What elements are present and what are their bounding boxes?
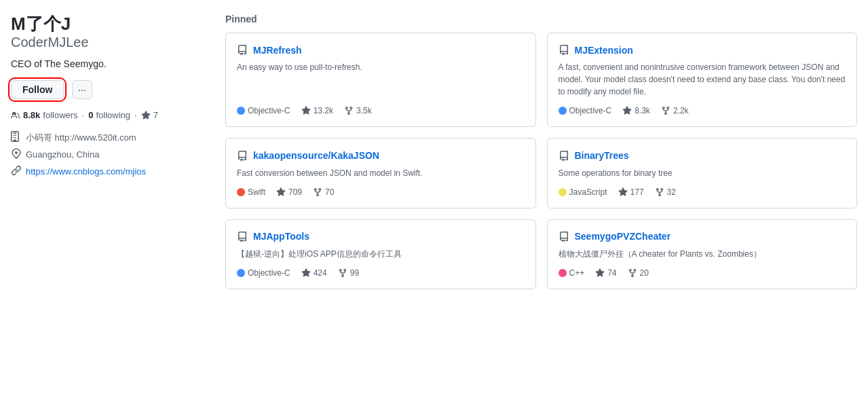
fork-item: 20 bbox=[628, 268, 649, 278]
profile-bio: CEO of The Seemygo. bbox=[11, 58, 198, 69]
repo-name-link[interactable]: MJExtension bbox=[575, 45, 633, 56]
pin-card-title: kakaopensource/KakaJSON bbox=[237, 149, 525, 161]
pin-card-desc: A fast, convenient and nonintrusive conv… bbox=[559, 61, 846, 98]
star-item: 8.3k bbox=[622, 106, 650, 115]
repo-icon bbox=[237, 231, 248, 242]
meta-location: Guangzhou, China bbox=[11, 148, 198, 161]
repo-icon bbox=[559, 149, 569, 161]
pin-card-title: MJExtension bbox=[559, 44, 846, 56]
pin-card-desc: Some operations for binary tree bbox=[559, 167, 846, 179]
fork-count: 70 bbox=[325, 187, 334, 197]
star-count: 709 bbox=[288, 187, 302, 197]
lang-dot bbox=[559, 107, 567, 115]
pin-card-title: SeemygoPVZCheater bbox=[559, 231, 846, 242]
lang-item: Objective-C bbox=[237, 268, 290, 278]
meta-website-link[interactable]: https://www.cnblogs.com/mjios bbox=[26, 166, 146, 177]
lang-label: Swift bbox=[248, 187, 265, 197]
pin-card: SeemygoPVZCheater 植物大战僵尸外挂（A cheater for… bbox=[547, 219, 858, 289]
pin-card-desc: Fast conversion between JSON and model i… bbox=[237, 167, 525, 179]
lang-label: Objective-C bbox=[248, 268, 290, 278]
fork-count: 32 bbox=[667, 187, 676, 197]
fork-count: 2.2k bbox=[673, 106, 689, 115]
profile-name: M了个J bbox=[11, 14, 198, 35]
fork-item: 70 bbox=[313, 187, 334, 197]
star-count: 424 bbox=[314, 268, 327, 278]
repo-icon bbox=[559, 44, 569, 56]
stats-row: 8.8k followers · 0 following · 7 bbox=[11, 110, 198, 120]
meta-website: https://www.cnblogs.com/mjios bbox=[11, 165, 198, 178]
star-icon bbox=[141, 111, 151, 120]
pin-card-meta: Swift 709 70 bbox=[237, 187, 525, 197]
star-item: 74 bbox=[595, 268, 616, 278]
sidebar: M了个J CoderMJLee CEO of The Seemygo. Foll… bbox=[11, 14, 214, 388]
star-item: 13.2k bbox=[301, 106, 333, 115]
lang-item: JavaScript bbox=[559, 187, 607, 197]
fork-item: 2.2k bbox=[661, 106, 689, 115]
lang-dot bbox=[559, 269, 567, 277]
fork-count: 3.5k bbox=[356, 106, 372, 115]
follow-button[interactable]: Follow bbox=[11, 80, 64, 99]
fork-count: 99 bbox=[350, 268, 359, 278]
pin-card-desc: An easy way to use pull-to-refresh. bbox=[237, 61, 525, 98]
star-count: 8.3k bbox=[635, 106, 650, 115]
pin-card: MJExtension A fast, convenient and nonin… bbox=[547, 33, 858, 127]
repo-name-link[interactable]: MJRefresh bbox=[253, 45, 302, 56]
repo-name-link[interactable]: MJAppTools bbox=[253, 231, 309, 242]
star-item: 177 bbox=[618, 187, 644, 197]
repo-icon bbox=[559, 231, 569, 242]
pinned-grid: MJRefresh An easy way to use pull-to-ref… bbox=[225, 33, 857, 289]
lang-label: Objective-C bbox=[248, 106, 290, 115]
followers-link[interactable]: 8.8k bbox=[23, 110, 40, 120]
lang-item: C++ bbox=[559, 268, 585, 278]
star-item: 709 bbox=[276, 187, 302, 197]
fork-count: 20 bbox=[640, 268, 649, 278]
pin-card-meta: Objective-C 8.3k 2.2k bbox=[559, 106, 846, 115]
building-icon bbox=[11, 131, 22, 144]
people-icon bbox=[11, 111, 20, 120]
star-count: 74 bbox=[607, 268, 616, 278]
star-item: 424 bbox=[301, 268, 327, 278]
meta-organization: 小码哥 http://www.520it.com bbox=[11, 131, 198, 144]
lang-item: Objective-C bbox=[237, 106, 290, 115]
pin-card: MJRefresh An easy way to use pull-to-ref… bbox=[225, 33, 536, 127]
pin-card: kakaopensource/KakaJSON Fast conversion … bbox=[225, 138, 536, 208]
pin-card-meta: JavaScript 177 32 bbox=[559, 187, 846, 197]
lang-label: JavaScript bbox=[569, 187, 607, 197]
star-count: 177 bbox=[630, 187, 644, 197]
link-icon bbox=[11, 165, 22, 178]
pin-card-meta: Objective-C 424 99 bbox=[237, 268, 525, 278]
fork-item: 3.5k bbox=[344, 106, 372, 115]
lang-dot bbox=[237, 269, 245, 277]
stars-count: 7 bbox=[153, 110, 158, 120]
following-link[interactable]: 0 bbox=[88, 110, 93, 120]
meta-location-text: Guangzhou, China bbox=[26, 149, 99, 160]
profile-username: CoderMJLee bbox=[11, 35, 198, 50]
lang-dot bbox=[559, 188, 567, 196]
pin-card: MJAppTools 【越狱-逆向】处理iOS APP信息的命令行工具 Obje… bbox=[225, 219, 536, 289]
pin-card: BinaryTrees Some operations for binary t… bbox=[547, 138, 858, 208]
lang-label: C++ bbox=[569, 268, 585, 278]
pin-card-meta: C++ 74 20 bbox=[559, 268, 846, 278]
lang-dot bbox=[237, 188, 245, 196]
star-count: 13.2k bbox=[314, 106, 333, 115]
main-content: Pinned MJRefresh An easy way to use pull… bbox=[214, 14, 857, 388]
repo-name-link[interactable]: BinaryTrees bbox=[575, 150, 629, 161]
fork-item: 99 bbox=[338, 268, 359, 278]
pinned-header: Pinned bbox=[225, 14, 857, 24]
fork-item: 32 bbox=[655, 187, 676, 197]
pin-card-title: MJAppTools bbox=[237, 231, 525, 242]
lang-label: Objective-C bbox=[569, 106, 612, 115]
pin-card-title: MJRefresh bbox=[237, 44, 525, 56]
pin-card-desc: 【越狱-逆向】处理iOS APP信息的命令行工具 bbox=[237, 248, 525, 260]
lang-dot bbox=[237, 107, 245, 115]
lang-item: Swift bbox=[237, 187, 265, 197]
pin-card-desc: 植物大战僵尸外挂（A cheater for Plants vs. Zoombi… bbox=[559, 248, 846, 260]
more-options-button[interactable]: ··· bbox=[72, 80, 92, 99]
location-icon bbox=[11, 148, 22, 161]
repo-icon bbox=[237, 44, 248, 56]
repo-name-link[interactable]: kakaopensource/KakaJSON bbox=[253, 150, 379, 161]
meta-org-text: 小码哥 http://www.520it.com bbox=[26, 132, 136, 144]
repo-name-link[interactable]: SeemygoPVZCheater bbox=[575, 231, 671, 242]
follow-row: Follow ··· bbox=[11, 80, 198, 99]
profile-meta: 小码哥 http://www.520it.com Guangzhou, Chin… bbox=[11, 131, 198, 178]
